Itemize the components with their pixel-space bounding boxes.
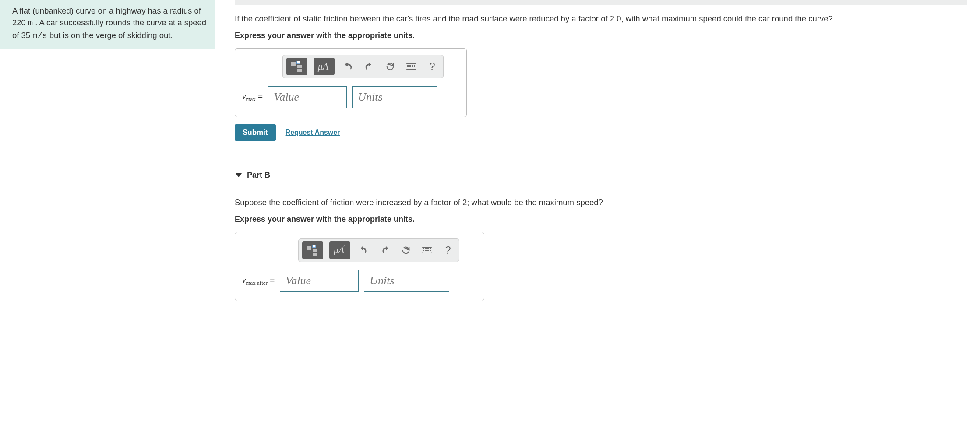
submit-button[interactable]: Submit bbox=[235, 124, 276, 141]
templates-button[interactable] bbox=[286, 58, 307, 75]
part-b-toolbar: μA° ? bbox=[298, 238, 459, 262]
templates-icon bbox=[290, 61, 303, 72]
keyboard-icon bbox=[406, 63, 416, 70]
part-b-answer-box: μA° ? vmax af bbox=[235, 232, 484, 301]
var-sub: max bbox=[246, 96, 255, 102]
units-button[interactable]: μA° bbox=[329, 241, 350, 259]
part-b-label: Part B bbox=[247, 171, 270, 180]
vertical-divider bbox=[215, 0, 224, 437]
svg-rect-2 bbox=[297, 65, 302, 68]
part-b-variable: vmax after = bbox=[242, 275, 275, 287]
keyboard-button[interactable] bbox=[404, 59, 419, 74]
help-icon: ? bbox=[445, 244, 451, 256]
svg-rect-6 bbox=[313, 249, 317, 252]
request-answer-link[interactable]: Request Answer bbox=[286, 129, 340, 136]
redo-icon bbox=[364, 62, 374, 71]
undo-button[interactable] bbox=[356, 243, 371, 258]
units-input[interactable] bbox=[364, 270, 449, 292]
units-icon: μA° bbox=[334, 245, 346, 256]
problem-unit-ms: m/s bbox=[32, 31, 47, 41]
problem-unit-m: m bbox=[28, 19, 33, 28]
equals-sign: = bbox=[256, 91, 263, 101]
var-sub: max after bbox=[246, 280, 267, 286]
svg-rect-0 bbox=[291, 62, 296, 66]
part-a-input-row: vmax = bbox=[242, 86, 459, 108]
help-icon: ? bbox=[429, 60, 435, 73]
equals-sign: = bbox=[268, 275, 275, 284]
svg-rect-5 bbox=[313, 245, 316, 248]
part-a-question: If the coefficient of static friction be… bbox=[235, 13, 967, 25]
part-b-question: Suppose the coefficient of friction were… bbox=[235, 197, 967, 209]
part-b-instruction: Express your answer with the appropriate… bbox=[235, 215, 967, 224]
page: A flat (unbanked) curve on a highway has… bbox=[0, 0, 980, 437]
redo-button[interactable] bbox=[377, 243, 392, 258]
svg-rect-1 bbox=[297, 61, 300, 64]
reset-icon bbox=[401, 245, 411, 255]
part-b-header[interactable]: Part B bbox=[235, 166, 967, 187]
svg-rect-4 bbox=[307, 246, 311, 250]
part-a-variable: vmax = bbox=[242, 91, 263, 103]
help-button[interactable]: ? bbox=[441, 243, 455, 258]
reset-button[interactable] bbox=[383, 59, 398, 74]
undo-icon bbox=[359, 245, 369, 255]
templates-icon bbox=[306, 245, 319, 256]
left-column: A flat (unbanked) curve on a highway has… bbox=[0, 0, 215, 437]
units-icon: μA° bbox=[318, 61, 330, 72]
part-a-toolbar: μA° ? bbox=[282, 55, 444, 78]
keyboard-button[interactable] bbox=[419, 243, 434, 258]
part-a-answer-box: μA° ? vmax = bbox=[235, 48, 467, 117]
problem-statement: A flat (unbanked) curve on a highway has… bbox=[0, 0, 215, 49]
units-input[interactable] bbox=[352, 86, 437, 108]
reset-icon bbox=[385, 62, 395, 71]
undo-icon bbox=[343, 62, 353, 71]
help-button[interactable]: ? bbox=[425, 59, 440, 74]
problem-text-3: but is on the verge of skidding out. bbox=[47, 31, 173, 40]
units-button[interactable]: μA° bbox=[314, 58, 335, 75]
undo-button[interactable] bbox=[341, 59, 356, 74]
value-input[interactable] bbox=[280, 270, 359, 292]
svg-rect-7 bbox=[313, 253, 317, 256]
keyboard-icon bbox=[422, 247, 432, 253]
right-column: If the coefficient of static friction be… bbox=[224, 0, 980, 437]
collapse-icon bbox=[236, 173, 242, 177]
part-a-instruction: Express your answer with the appropriate… bbox=[235, 31, 967, 40]
reset-button[interactable] bbox=[398, 243, 413, 258]
svg-rect-3 bbox=[297, 69, 302, 72]
part-b-input-row: vmax after = bbox=[242, 270, 477, 292]
redo-icon bbox=[380, 245, 390, 255]
redo-button[interactable] bbox=[362, 59, 377, 74]
top-gray-bar bbox=[235, 0, 967, 5]
part-a-actions: Submit Request Answer bbox=[235, 124, 967, 141]
templates-button[interactable] bbox=[302, 241, 323, 259]
value-input[interactable] bbox=[268, 86, 347, 108]
